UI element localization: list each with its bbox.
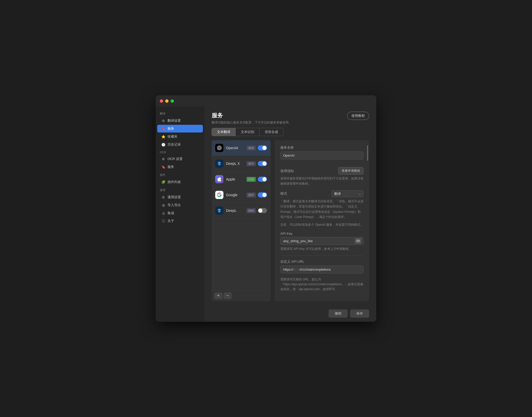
puzzle-icon: 🧩 [161, 180, 165, 184]
eye-button[interactable] [355, 238, 361, 244]
badge-deeplx: 插件 [247, 161, 256, 166]
toggle-knob-apple [262, 177, 267, 181]
deeplx-icon [215, 159, 223, 168]
close-button[interactable] [160, 99, 163, 103]
sidebar-section-general: 通用 [156, 186, 204, 193]
badge-google: 插件 [247, 193, 256, 197]
mode-desc: 「翻译」模式是将文本翻译为目标语言。「润色」模式不会进行语言翻译，而是对原始文本… [280, 199, 363, 220]
toggle-knob-google [262, 193, 267, 197]
api-key-hint: 需要填写 API Key 才可以使用，参考上方申请教程。 [280, 247, 363, 251]
deepl-icon [215, 206, 223, 215]
divider [280, 255, 363, 256]
minimize-button[interactable] [165, 99, 169, 103]
integration-icon: ◎ [161, 211, 165, 215]
toggle-deepl[interactable] [258, 208, 267, 213]
sidebar-item-history[interactable]: 🕐 历史记录 [157, 141, 203, 148]
toggle-knob-openai [262, 146, 267, 150]
service-item-deeplx[interactable]: DeepL X 插件 [212, 156, 271, 172]
toggle-deeplx[interactable] [258, 161, 267, 166]
scrollbar[interactable] [367, 145, 368, 161]
mode-select[interactable]: 翻译 润色 自定义 Prompt [331, 190, 363, 197]
notice-button[interactable]: 查看申请教程 [338, 167, 363, 175]
page-title: 服务 [212, 112, 292, 119]
sidebar-item-integration[interactable]: ◎ 集成 [157, 209, 203, 217]
sidebar-item-label: 导入导出 [168, 203, 181, 207]
api-key-section: API Key 需要填写 API Key 才可以使用，参考上方申请教程。 [280, 232, 363, 251]
sidebar-item-label: 服务 [168, 126, 174, 131]
service-name-input[interactable] [280, 151, 363, 159]
badge-apple: 内置 [247, 177, 256, 182]
content-area: 服务 翻译功能的核心服务支持配置，下方开启的服务将被使用。 使用教程 文本翻译 … [204, 107, 376, 321]
custom-url-label: 自定义 API URL [280, 259, 363, 264]
sidebar-item-ocr-services[interactable]: 🔖 服务 [157, 163, 203, 171]
sidebar-item-label: 插件列表 [168, 180, 181, 184]
sidebar-item-label: 通用设置 [168, 195, 181, 200]
clock-icon: 🕐 [161, 143, 165, 147]
sidebar-item-label: 翻译设置 [168, 118, 181, 123]
tab-text-recognize[interactable]: 文本识别 [235, 128, 260, 136]
sidebar-item-label: 服务 [168, 165, 174, 169]
service-name-label: 服务名称 [280, 145, 363, 150]
sidebar-item-label: OCR 设置 [168, 157, 183, 161]
main-layout: 翻译 ⚙ 翻译设置 🔖 服务 ⭐ 收藏夹 🕐 历史记录 OCR ⚙ OCR 设置 [156, 107, 376, 321]
notice-section: 使用须知 查看申请教程 使用本服务需要自行申请秘钥并填写到下方设置项，如果没有秘… [280, 167, 363, 186]
service-item-deepl[interactable]: DeepL 秘钥 [212, 203, 271, 219]
toggle-apple[interactable] [258, 177, 267, 182]
notice-row: 使用须知 查看申请教程 [280, 167, 363, 175]
sidebar-item-label: 收藏夹 [168, 134, 178, 139]
service-item-apple[interactable]: Apple 内置 [212, 172, 271, 187]
toggle-openai[interactable] [258, 145, 267, 150]
sidebar-item-ocr-settings[interactable]: ⚙ OCR 设置 [157, 155, 203, 163]
custom-url-hint: 需要填写完整的 URL，默认为「https://api.openai.com/v… [280, 277, 363, 292]
openai-icon [215, 144, 223, 152]
service-item-google[interactable]: Google 插件 [212, 187, 271, 203]
titlebar [156, 95, 376, 107]
save-button[interactable]: 保存 [350, 309, 369, 318]
service-item-openai[interactable]: OpenAI 秘钥 [212, 140, 271, 156]
info-icon: ⓘ [161, 219, 165, 223]
remove-service-button[interactable]: − [223, 292, 232, 299]
sidebar-item-plugin-list[interactable]: 🧩 插件列表 [157, 178, 203, 186]
api-key-label: API Key [280, 232, 363, 235]
maximize-button[interactable] [171, 99, 174, 103]
service-name-google: Google [226, 193, 247, 197]
add-service-button[interactable]: + [214, 292, 222, 299]
service-name-section: 服务名称 [280, 145, 363, 163]
tab-text-translate[interactable]: 文本翻译 [212, 128, 236, 136]
toggle-google[interactable] [258, 192, 267, 197]
toggle-knob-deeplx [262, 162, 267, 166]
sidebar-item-label: 历史记录 [168, 142, 181, 147]
custom-url-input[interactable] [280, 266, 363, 273]
tab-speech-synthesis[interactable]: 语音合成 [259, 128, 283, 136]
sidebar: 翻译 ⚙ 翻译设置 🔖 服务 ⭐ 收藏夹 🕐 历史记录 OCR ⚙ OCR 设置 [156, 107, 204, 321]
gear-icon: ⚙ [161, 119, 165, 123]
sidebar-item-general-settings[interactable]: ⚙ 通用设置 [157, 193, 203, 201]
sidebar-item-translate-settings[interactable]: ⚙ 翻译设置 [157, 117, 203, 125]
content-header: 服务 翻译功能的核心服务支持配置，下方开启的服务将被使用。 使用教程 [204, 107, 376, 128]
detail-panel: 服务名称 使用须知 查看申请教程 使用本服务需要自行申请秘钥并填写到下方设置项，… [275, 140, 369, 301]
sidebar-item-label: 关于 [168, 219, 174, 223]
toggle-knob-deepl [258, 208, 262, 213]
mode-row: 模式 翻译 润色 自定义 Prompt [280, 190, 363, 197]
sidebar-item-about[interactable]: ⓘ 关于 [157, 217, 203, 225]
tutorial-button[interactable]: 使用教程 [347, 112, 369, 120]
bookmark-icon: 🔖 [161, 127, 165, 131]
sidebar-item-label: 集成 [168, 211, 174, 215]
star-icon: ⭐ [161, 135, 165, 139]
api-key-input[interactable] [280, 237, 363, 245]
tabs-row: 文本翻译 文本识别 语音合成 [204, 128, 376, 140]
mode-section: 模式 翻译 润色 自定义 Prompt 「翻译」模式是将文本翻译为目标语言。「润… [280, 190, 363, 228]
sidebar-section-ocr: OCR [156, 149, 204, 155]
gear-icon: ⚙ [161, 195, 165, 199]
sidebar-item-favorites[interactable]: ⭐ 收藏夹 [157, 133, 203, 140]
app-window: 翻译 ⚙ 翻译设置 🔖 服务 ⭐ 收藏夹 🕐 历史记录 OCR ⚙ OCR 设置 [156, 95, 376, 321]
bookmark-icon: 🔖 [161, 165, 165, 169]
service-name-apple: Apple [226, 177, 247, 181]
mode-label: 模式 [280, 191, 287, 196]
notice-label: 使用须知 [280, 169, 294, 173]
service-name-openai: OpenAI [226, 146, 247, 150]
sidebar-item-services[interactable]: 🔖 服务 [157, 125, 203, 132]
sidebar-item-import-export[interactable]: ⊞ 导入导出 [157, 201, 203, 209]
services-list-panel: OpenAI 秘钥 DeepL X [212, 140, 271, 301]
cancel-button[interactable]: 撤销 [329, 309, 348, 318]
